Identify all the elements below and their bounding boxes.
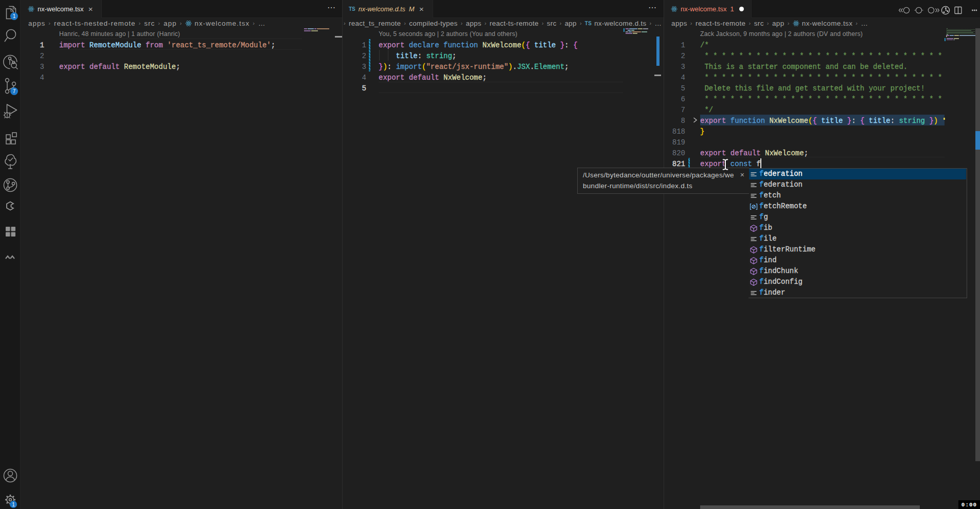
svg-text:1: 1 (13, 13, 16, 19)
svg-text:1: 1 (12, 502, 15, 507)
svg-text:7: 7 (13, 88, 16, 94)
